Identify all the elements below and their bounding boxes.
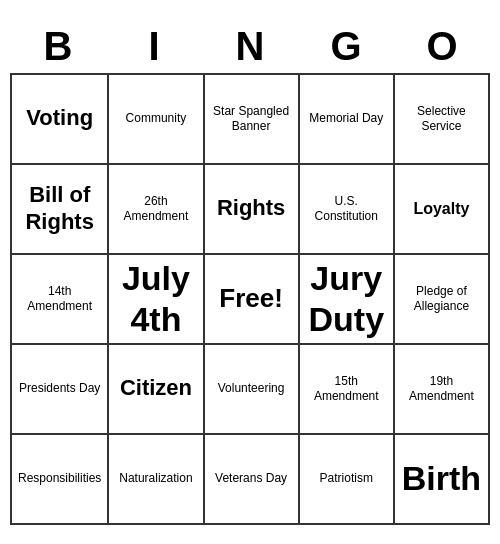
cell-text: Loyalty <box>413 199 469 218</box>
bingo-cell: Loyalty <box>395 165 490 255</box>
cell-text: Bill of Rights <box>18 182 101 235</box>
bingo-cell: Patriotism <box>300 435 395 525</box>
bingo-header: BINGO <box>10 20 490 73</box>
cell-text: Community <box>126 111 187 125</box>
cell-text: Patriotism <box>320 471 373 485</box>
cell-text: Citizen <box>120 375 192 401</box>
cell-text: 15th Amendment <box>306 374 387 403</box>
bingo-cell: Citizen <box>109 345 204 435</box>
bingo-cell: 14th Amendment <box>12 255 109 345</box>
bingo-cell: July 4th <box>109 255 204 345</box>
bingo-grid: VotingCommunityStar Spangled BannerMemor… <box>10 73 490 525</box>
bingo-cell: Presidents Day <box>12 345 109 435</box>
bingo-cell: 26th Amendment <box>109 165 204 255</box>
bingo-cell: U.S. Constitution <box>300 165 395 255</box>
cell-text: Volunteering <box>218 381 285 395</box>
cell-text: Responsibilities <box>18 471 101 485</box>
bingo-cell: Veterans Day <box>205 435 300 525</box>
cell-text: Rights <box>217 195 285 221</box>
cell-text: Voting <box>26 105 93 131</box>
bingo-cell: Free! <box>205 255 300 345</box>
cell-text: Presidents Day <box>19 381 100 395</box>
cell-text: Memorial Day <box>309 111 383 125</box>
cell-text: Veterans Day <box>215 471 287 485</box>
bingo-cell: 19th Amendment <box>395 345 490 435</box>
bingo-cell: Voting <box>12 75 109 165</box>
cell-text: Birth <box>402 458 481 499</box>
cell-text: 19th Amendment <box>401 374 482 403</box>
cell-text: Naturalization <box>119 471 192 485</box>
header-letter: N <box>202 20 298 73</box>
cell-text: Free! <box>219 283 283 314</box>
bingo-cell: Selective Service <box>395 75 490 165</box>
bingo-cell: Naturalization <box>109 435 204 525</box>
bingo-cell: Jury Duty <box>300 255 395 345</box>
bingo-cell: Rights <box>205 165 300 255</box>
header-letter: B <box>10 20 106 73</box>
header-letter: I <box>106 20 202 73</box>
bingo-cell: Volunteering <box>205 345 300 435</box>
cell-text: 14th Amendment <box>18 284 101 313</box>
header-letter: G <box>298 20 394 73</box>
cell-text: Star Spangled Banner <box>211 104 292 133</box>
bingo-cell: Pledge of Allegiance <box>395 255 490 345</box>
cell-text: July 4th <box>115 258 196 340</box>
bingo-cell: Memorial Day <box>300 75 395 165</box>
header-letter: O <box>394 20 490 73</box>
bingo-cell: Star Spangled Banner <box>205 75 300 165</box>
cell-text: U.S. Constitution <box>306 194 387 223</box>
cell-text: Selective Service <box>401 104 482 133</box>
bingo-cell: Birth <box>395 435 490 525</box>
cell-text: Pledge of Allegiance <box>401 284 482 313</box>
bingo-cell: Responsibilities <box>12 435 109 525</box>
bingo-cell: Community <box>109 75 204 165</box>
bingo-card: BINGO VotingCommunityStar Spangled Banne… <box>10 20 490 525</box>
cell-text: 26th Amendment <box>115 194 196 223</box>
cell-text: Jury Duty <box>306 258 387 340</box>
bingo-cell: 15th Amendment <box>300 345 395 435</box>
bingo-cell: Bill of Rights <box>12 165 109 255</box>
